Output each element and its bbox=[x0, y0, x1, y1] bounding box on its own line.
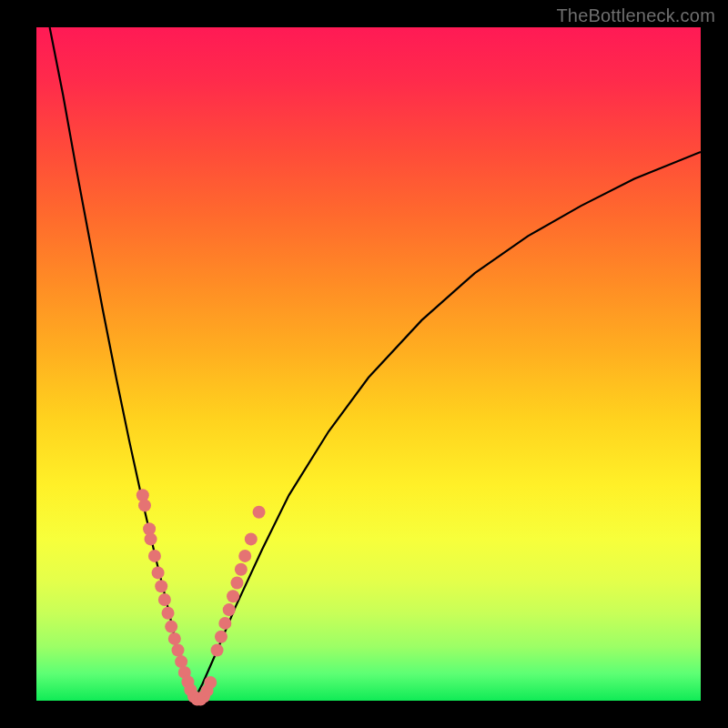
data-point bbox=[165, 621, 177, 633]
data-point bbox=[215, 631, 228, 643]
data-point bbox=[168, 632, 181, 645]
data-point bbox=[162, 607, 175, 620]
data-point bbox=[171, 644, 184, 657]
data-point bbox=[230, 577, 243, 590]
data-points bbox=[136, 489, 266, 705]
data-point bbox=[158, 593, 171, 606]
data-point bbox=[227, 590, 239, 602]
watermark-text: TheBottleneck.com bbox=[556, 5, 715, 26]
chart-frame: TheBottleneck.com bbox=[0, 0, 728, 728]
data-point bbox=[152, 566, 165, 579]
data-point bbox=[238, 550, 251, 562]
curve-layer bbox=[36, 27, 701, 701]
plot-area bbox=[36, 27, 701, 701]
data-point bbox=[211, 644, 224, 657]
data-point bbox=[204, 676, 217, 689]
curve-left bbox=[50, 27, 194, 701]
data-point bbox=[145, 532, 157, 545]
data-point bbox=[148, 550, 161, 562]
data-point bbox=[138, 499, 151, 511]
data-point bbox=[253, 506, 266, 519]
data-point bbox=[235, 563, 248, 576]
data-point bbox=[218, 617, 231, 630]
data-point bbox=[245, 532, 258, 545]
data-point bbox=[155, 580, 167, 592]
curve-right bbox=[194, 152, 701, 701]
data-point bbox=[223, 603, 236, 616]
data-point bbox=[175, 655, 187, 668]
